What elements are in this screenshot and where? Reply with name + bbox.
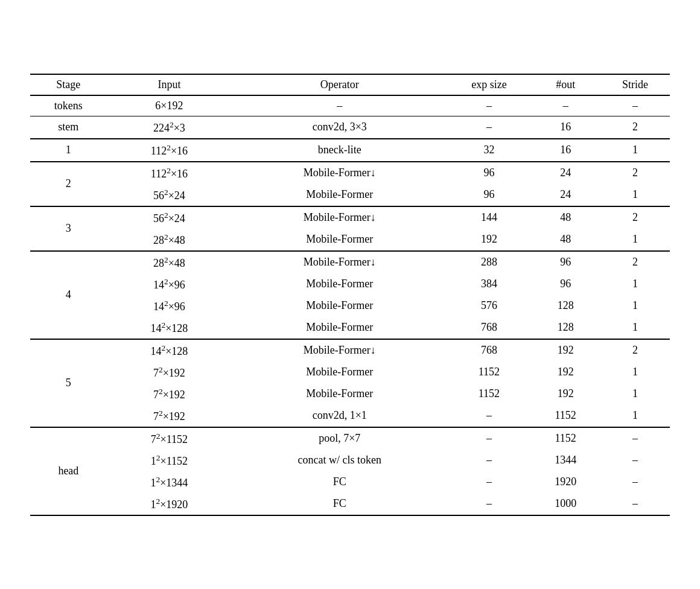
- operator-cell: Mobile-Former: [232, 184, 447, 206]
- operator-cell: Mobile-Former: [232, 229, 447, 251]
- expsize-cell: 32: [447, 139, 530, 162]
- stage-cell: tokens: [30, 95, 107, 116]
- input-cell: 72×1152: [107, 427, 232, 450]
- out-cell: 24: [531, 184, 600, 206]
- input-cell: 2242×3: [107, 116, 232, 139]
- out-cell: 48: [531, 206, 600, 229]
- input-cell: 72×192: [107, 383, 232, 405]
- stride-cell: 2: [600, 206, 670, 229]
- operator-cell: Mobile-Former: [232, 361, 447, 383]
- stage-cell: 3: [30, 206, 107, 251]
- stride-cell: 1: [600, 405, 670, 427]
- out-cell: 1152: [531, 427, 600, 450]
- stride-cell: –: [600, 95, 670, 116]
- stride-cell: 1: [600, 273, 670, 295]
- operator-cell: FC: [232, 493, 447, 515]
- input-cell: 12×1152: [107, 450, 232, 471]
- table-row: 72×192Mobile-Former11521921: [30, 383, 670, 405]
- input-cell: 282×48: [107, 251, 232, 273]
- expsize-cell: 144: [447, 206, 530, 229]
- input-cell: 1122×16: [107, 139, 232, 162]
- input-cell: 142×128: [107, 339, 232, 361]
- col-header-stride: Stride: [600, 74, 670, 95]
- stage-cell: 4: [30, 251, 107, 339]
- architecture-table: Stage Input Operator exp size #out Strid…: [30, 74, 670, 516]
- expsize-cell: 768: [447, 339, 530, 361]
- stride-cell: 2: [600, 116, 670, 139]
- table-row: 72×192Mobile-Former11521921: [30, 361, 670, 383]
- expsize-cell: 1152: [447, 383, 530, 405]
- input-cell: 562×24: [107, 206, 232, 229]
- input-cell: 12×1920: [107, 493, 232, 515]
- out-cell: 96: [531, 251, 600, 273]
- table-wrapper: Stage Input Operator exp size #out Strid…: [30, 74, 670, 516]
- table-row: 11122×16bneck-lite32161: [30, 139, 670, 162]
- expsize-cell: 96: [447, 184, 530, 206]
- operator-cell: conv2d, 1×1: [232, 405, 447, 427]
- stride-cell: –: [600, 471, 670, 493]
- table-row: stem2242×3conv2d, 3×3–162: [30, 116, 670, 139]
- stride-cell: –: [600, 427, 670, 450]
- operator-cell: bneck-lite: [232, 139, 447, 162]
- expsize-cell: 96: [447, 162, 530, 184]
- expsize-cell: 192: [447, 229, 530, 251]
- out-cell: 192: [531, 383, 600, 405]
- expsize-cell: 768: [447, 317, 530, 339]
- operator-cell: Mobile-Former: [232, 383, 447, 405]
- input-cell: 142×96: [107, 273, 232, 295]
- out-cell: 16: [531, 139, 600, 162]
- operator-cell: Mobile-Former: [232, 273, 447, 295]
- stage-cell: 2: [30, 162, 107, 206]
- input-cell: 72×192: [107, 405, 232, 427]
- stride-cell: –: [600, 493, 670, 515]
- table-row: 4282×48Mobile-Former↓288962: [30, 251, 670, 273]
- expsize-cell: 1152: [447, 361, 530, 383]
- input-cell: 142×96: [107, 295, 232, 317]
- out-cell: 48: [531, 229, 600, 251]
- stage-cell: 5: [30, 339, 107, 427]
- table-row: tokens6×192––––: [30, 95, 670, 116]
- table-row: 282×48Mobile-Former192481: [30, 229, 670, 251]
- table-row: 12×1152concat w/ cls token–1344–: [30, 450, 670, 471]
- out-cell: 128: [531, 295, 600, 317]
- input-cell: 142×128: [107, 317, 232, 339]
- stride-cell: 2: [600, 162, 670, 184]
- out-cell: 16: [531, 116, 600, 139]
- col-header-stage: Stage: [30, 74, 107, 95]
- expsize-cell: –: [447, 116, 530, 139]
- out-cell: 24: [531, 162, 600, 184]
- expsize-cell: –: [447, 493, 530, 515]
- col-header-out: #out: [531, 74, 600, 95]
- expsize-cell: –: [447, 95, 530, 116]
- out-cell: 1152: [531, 405, 600, 427]
- expsize-cell: –: [447, 450, 530, 471]
- col-header-expsize: exp size: [447, 74, 530, 95]
- operator-cell: Mobile-Former↓: [232, 162, 447, 184]
- expsize-cell: –: [447, 427, 530, 450]
- out-cell: 1344: [531, 450, 600, 471]
- table-row: head72×1152pool, 7×7–1152–: [30, 427, 670, 450]
- expsize-cell: –: [447, 471, 530, 493]
- stride-cell: 1: [600, 383, 670, 405]
- stage-cell: head: [30, 427, 107, 515]
- table-row: 12×1920FC–1000–: [30, 493, 670, 515]
- table-row: 21122×16Mobile-Former↓96242: [30, 162, 670, 184]
- stage-cell: 1: [30, 139, 107, 162]
- input-cell: 6×192: [107, 95, 232, 116]
- table-row: 142×96Mobile-Former5761281: [30, 295, 670, 317]
- stride-cell: 1: [600, 361, 670, 383]
- stage-cell: stem: [30, 116, 107, 139]
- stride-cell: 1: [600, 317, 670, 339]
- table-row: 3562×24Mobile-Former↓144482: [30, 206, 670, 229]
- table-row: 142×96Mobile-Former384961: [30, 273, 670, 295]
- table-row: 562×24Mobile-Former96241: [30, 184, 670, 206]
- operator-cell: concat w/ cls token: [232, 450, 447, 471]
- table-row: 72×192conv2d, 1×1–11521: [30, 405, 670, 427]
- input-cell: 1122×16: [107, 162, 232, 184]
- operator-cell: pool, 7×7: [232, 427, 447, 450]
- out-cell: 192: [531, 339, 600, 361]
- operator-cell: Mobile-Former↓: [232, 251, 447, 273]
- expsize-cell: 288: [447, 251, 530, 273]
- stride-cell: 1: [600, 295, 670, 317]
- out-cell: 1000: [531, 493, 600, 515]
